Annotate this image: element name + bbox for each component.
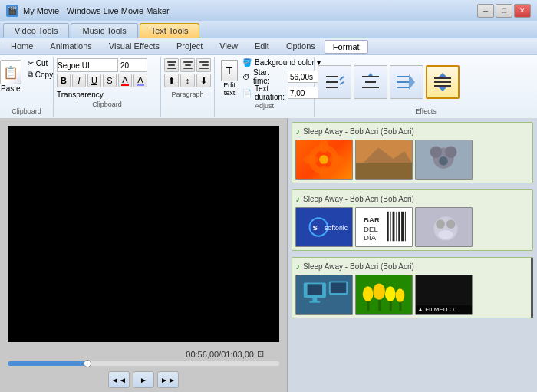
transparency-label: Transparency [57, 91, 104, 99]
font-color-icon: A [121, 75, 128, 86]
svg-rect-42 [387, 212, 389, 241]
minimize-button[interactable]: ─ [477, 4, 494, 18]
font-size-input[interactable] [120, 58, 147, 72]
timeline-area: 00:56,00/01:03,00 ⊡ ◄◄ ► ►► [0, 346, 287, 392]
timeline-slider[interactable] [8, 361, 279, 366]
svg-point-52 [446, 219, 456, 229]
story-group-3-thumbs: ▲ FILMED O... [295, 275, 528, 315]
adjust-group: T Edittext 🪣 Background color ▾ ⏱ Start … [215, 57, 315, 117]
rewind-button[interactable]: ◄◄ [108, 371, 130, 388]
forward-button[interactable]: ►► [157, 371, 179, 388]
maximize-button[interactable]: □ [496, 4, 512, 18]
cut-button[interactable]: ✂ Cut [26, 58, 54, 68]
cut-label: Cut [36, 59, 48, 68]
thumbnail-3-2[interactable] [355, 275, 413, 315]
valign-middle-button[interactable]: ↕ [180, 74, 195, 87]
font-color-button[interactable]: A [118, 74, 132, 87]
tab-visual-effects[interactable]: Visual Effects [101, 40, 167, 54]
tab-music-tools[interactable]: Music Tools [71, 23, 137, 38]
story-group-2-header: ♪ Sleep Away - Bob Acri (Bob Acri) [295, 193, 529, 204]
underline-button[interactable]: U [87, 74, 101, 87]
svg-point-25 [329, 155, 344, 164]
svg-point-21 [319, 155, 328, 164]
thumbnail-label: ▲ FILMED O... [416, 305, 472, 314]
tab-video-tools[interactable]: Video Tools [3, 23, 69, 38]
svg-point-24 [304, 155, 318, 164]
thumbnail-1-3[interactable] [415, 140, 473, 180]
paint-bucket-icon: 🪣 [242, 58, 252, 67]
paragraph-group-label: Paragraph [164, 89, 211, 98]
thumbnail-2-3[interactable] [415, 207, 473, 247]
tab-options[interactable]: Options [278, 40, 323, 54]
duration-icon: 📄 [242, 89, 252, 97]
svg-rect-56 [308, 284, 322, 295]
effect-button-4[interactable] [426, 65, 460, 99]
thumbnail-1-1[interactable] [295, 140, 353, 180]
font-name-input[interactable] [57, 58, 118, 72]
start-time-row: ⏱ Start time: [242, 69, 322, 84]
effect-button-1[interactable] [318, 65, 351, 99]
para-row1 [164, 58, 211, 72]
font-group: B I U S A A Transparency Clipboard [54, 57, 161, 117]
valign-top-button[interactable]: ⬆ [164, 74, 179, 87]
play-button[interactable]: ► [133, 371, 154, 388]
expand-icon[interactable]: ⊡ [257, 349, 264, 359]
svg-point-33 [439, 156, 448, 166]
story-group-3-header: ♪ Sleep Away - Bob Acri (Bob Acri) [295, 261, 528, 272]
svg-point-69 [396, 288, 405, 302]
para-row2: ⬆ ↕ ⬇ [164, 74, 211, 87]
italic-button[interactable]: I [72, 74, 86, 87]
font-bg-color-button[interactable]: A [133, 74, 147, 87]
thumbnail-3-3[interactable]: ▲ FILMED O... [415, 275, 473, 315]
effect-button-2[interactable] [354, 65, 387, 99]
edit-text-button[interactable]: T Edittext [219, 58, 239, 98]
align-center-button[interactable] [180, 58, 195, 72]
copy-button[interactable]: ⧉ Copy [26, 69, 54, 80]
svg-text:s: s [312, 222, 318, 232]
story-group-3-label: Sleep Away - Bob Acri (Bob Acri) [303, 262, 414, 271]
clipboard-small-buttons: ✂ Cut ⧉ Copy [26, 58, 54, 80]
tab-animations[interactable]: Animations [42, 40, 99, 54]
tab-edit[interactable]: Edit [247, 40, 277, 54]
main-content: 00:56,00/01:03,00 ⊡ ◄◄ ► ►► ♪ Sleep Away… [0, 118, 537, 392]
bold-button[interactable]: B [57, 74, 71, 87]
tab-project[interactable]: Project [169, 40, 210, 54]
slider-thumb[interactable] [84, 360, 91, 367]
svg-point-63 [363, 286, 374, 301]
story-group-1-header: ♪ Sleep Away - Bob Acri (Bob Acri) [295, 126, 529, 137]
tab-home[interactable]: Home [3, 40, 41, 54]
paste-button[interactable]: 📋 Paste [0, 58, 23, 94]
storyboard-panel: ♪ Sleep Away - Bob Acri (Bob Acri) [288, 118, 537, 392]
video-preview [8, 126, 279, 342]
thumbnail-2-1[interactable]: s softonic [295, 207, 353, 247]
valign-bottom-button[interactable]: ⬇ [196, 74, 211, 87]
story-group-1-thumbs [295, 140, 529, 180]
thumbnail-1-2[interactable] [355, 140, 413, 180]
svg-rect-48 [405, 212, 406, 241]
edit-text-label: Edittext [223, 81, 236, 97]
svg-point-53 [438, 230, 453, 239]
tab-text-tools[interactable]: Text Tools [140, 23, 200, 38]
thumbnail-3-1[interactable] [295, 275, 353, 315]
align-left-button[interactable] [164, 58, 179, 72]
close-button[interactable]: ✕ [514, 4, 531, 18]
time-text: 00:56,00/01:03,00 [186, 350, 254, 359]
story-group-2-label: Sleep Away - Bob Acri (Bob Acri) [303, 195, 414, 203]
start-time-label: Start time: [253, 68, 285, 85]
tab-view[interactable]: View [212, 40, 245, 54]
svg-line-4 [340, 77, 344, 80]
duration-label: Text duration: [255, 84, 285, 101]
font-bg-icon: A [137, 75, 143, 86]
tab-format[interactable]: Format [325, 40, 368, 54]
thumbnail-2-2[interactable]: BAR DEL DÍA [355, 207, 413, 247]
playback-controls: ◄◄ ► ►► [8, 368, 279, 391]
effect-button-3[interactable] [390, 65, 423, 99]
svg-rect-27 [356, 163, 412, 179]
strikethrough-button[interactable]: S [103, 74, 117, 87]
align-right-button[interactable] [196, 58, 211, 72]
edit-text-icon: T [221, 60, 238, 81]
music-icon-1: ♪ [295, 126, 300, 137]
tool-tabs-bar: Video Tools Music Tools Text Tools [0, 21, 537, 38]
svg-point-67 [385, 286, 396, 301]
svg-marker-13 [409, 74, 415, 90]
